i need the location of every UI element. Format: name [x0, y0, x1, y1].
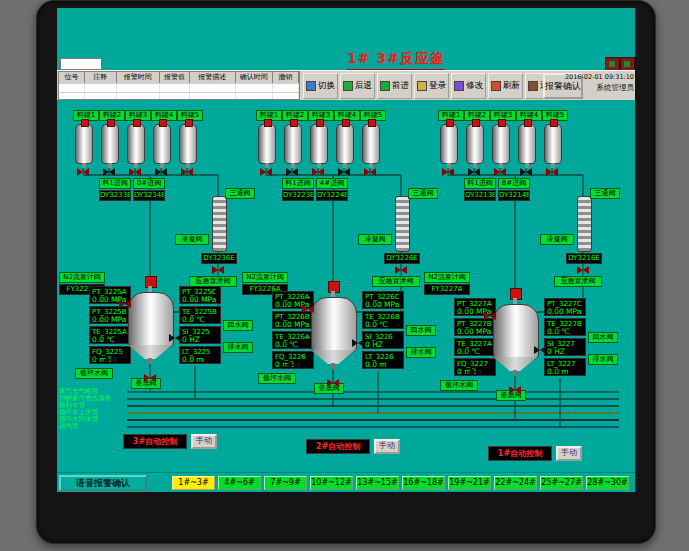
tank-outlet-valve-icon[interactable] [468, 168, 480, 176]
page-button[interactable]: 13#~15# [356, 476, 399, 490]
alarm-cell [236, 84, 274, 92]
storage-tank [284, 124, 302, 164]
tank-outlet-valve-icon[interactable] [155, 168, 167, 176]
alarm-column-header[interactable]: 位号 [59, 72, 85, 83]
reactor-feed-valve-icon[interactable] [302, 305, 314, 313]
alarm-row[interactable] [59, 83, 299, 92]
storage-tank [440, 124, 458, 164]
feed-valve-label: 8#进阀 [498, 178, 530, 189]
alarm-column-header[interactable]: 报警值 [160, 72, 190, 83]
reactor-return-valve-icon[interactable] [352, 339, 364, 347]
page-button[interactable]: 19#~21# [448, 476, 491, 490]
instrument-value: 0.00 MPa [457, 328, 493, 336]
storage-tank [258, 124, 276, 164]
bottom-bar: 语音报警确认 1#~3#4#~6#7#~9#10#~12#13#~15#16#~… [57, 472, 635, 492]
tank-outlet-valve-icon[interactable] [364, 168, 376, 176]
cooling-water-valve-icon[interactable] [288, 361, 300, 369]
tank-outlet-valve-icon[interactable] [442, 168, 454, 176]
voice-alarm-ack-button[interactable]: 语音报警确认 [59, 475, 147, 491]
tank-outlet-valve-icon[interactable] [77, 168, 89, 176]
feed-valve-label: 料1进阀 [99, 178, 131, 189]
instrument-display: PT_3225B0.00 MPa [89, 306, 131, 324]
user-text: 系统管理员 [565, 83, 634, 93]
instrument-value: 0.00 MPa [547, 308, 583, 316]
reactor-feed-valve-icon[interactable] [119, 300, 131, 308]
page-button[interactable]: 28#~30# [586, 476, 629, 490]
page-button[interactable]: 22#~24# [494, 476, 537, 490]
toolbar-switch-button[interactable]: 切换 [303, 73, 338, 99]
condenser-valve-tag: DY3216E [566, 253, 602, 264]
tank-outlet-valve-icon[interactable] [181, 168, 193, 176]
feed-valve-tag: DY3224E [316, 190, 348, 201]
alarm-cell [59, 84, 85, 92]
instrument-display: TE_3225B0.0 ℃ [179, 306, 221, 324]
back-icon [343, 81, 353, 91]
pipe-legend-label: 蒸汽管 [59, 423, 79, 430]
page-button[interactable]: 25#~27# [540, 476, 583, 490]
page-button[interactable]: 7#~9# [264, 476, 307, 490]
tank-outlet-valve-icon[interactable] [103, 168, 115, 176]
valve-label: 应急宣泄阀 [554, 276, 602, 287]
reactor-feed-valve-icon[interactable] [484, 312, 496, 320]
alarm-column-header[interactable]: 报警描述 [190, 72, 236, 83]
storage-tank [518, 124, 536, 164]
reactor-bottom-valve-icon[interactable] [144, 374, 156, 382]
alarm-column-header[interactable]: 确认时间 [236, 72, 274, 83]
storage-tank [153, 124, 171, 164]
reactor-bottom-valve-icon[interactable] [509, 386, 521, 394]
alarm-cell [236, 93, 274, 100]
toolbar-back-button[interactable]: 后退 [340, 73, 375, 99]
hmi-screen: 1# 3#反应釜 位号注释报警时间报警值报警描述确认时间撤销 切换后退前进登录修… [57, 8, 635, 492]
reactor-outlet [513, 370, 517, 376]
toolbar-edit-button[interactable]: 修改 [451, 73, 486, 99]
cooling-water-valve-icon[interactable] [105, 356, 117, 364]
reactor-return-valve-icon[interactable] [169, 334, 181, 342]
instrument-value: 0 HZ [365, 341, 401, 349]
instrument-display: LT_32270.0 m [544, 358, 586, 376]
reactor-return-valve-icon[interactable] [534, 346, 546, 354]
toolbar-button-label: 刷新 [503, 80, 520, 92]
manual-mode-button[interactable]: 手动 [374, 439, 400, 454]
page-title: 1# 3#反应釜 [347, 50, 445, 71]
alarm-column-header[interactable]: 报警时间 [117, 72, 161, 83]
tank-outlet-valve-icon[interactable] [494, 168, 506, 176]
feed-valve-tag: DY3213E [464, 190, 496, 201]
condenser-valve-icon[interactable] [212, 266, 224, 274]
toolbar-login-button[interactable]: 登录 [414, 73, 449, 99]
page-button[interactable]: 10#~12# [310, 476, 353, 490]
instrument-value: 0.0 ℃ [182, 316, 218, 324]
instrument-display: LT_32250.0 m [179, 346, 221, 364]
tank-outlet-valve-icon[interactable] [546, 168, 558, 176]
cooling-water-valve-icon[interactable] [470, 368, 482, 376]
refresh-icon [491, 81, 501, 91]
toolbar-forward-button[interactable]: 前进 [377, 73, 412, 99]
n2-flow-valve-tag: FY3227A [424, 284, 470, 295]
feed-valve-tag: DY3233E [99, 190, 131, 201]
reactor-vessel [311, 297, 357, 353]
alarm-column-header[interactable]: 注释 [85, 72, 117, 83]
tank-outlet-valve-icon[interactable] [338, 168, 350, 176]
tank-outlet-valve-icon[interactable] [129, 168, 141, 176]
tank-outlet-valve-icon[interactable] [312, 168, 324, 176]
instrument-value: 0.0 ℃ [365, 321, 401, 329]
page-button[interactable]: 4#~6# [218, 476, 261, 490]
alarm-row[interactable] [59, 92, 299, 100]
condenser [212, 196, 227, 252]
toolbar-refresh-button[interactable]: 刷新 [488, 73, 523, 99]
reactor-bottom-valve-icon[interactable] [327, 379, 339, 387]
alarm-column-header[interactable]: 撤销 [273, 72, 299, 83]
instrument-value: 0.0 ℃ [275, 341, 311, 349]
page-button[interactable]: 16#~18# [402, 476, 445, 490]
tank-outlet-valve-icon[interactable] [520, 168, 532, 176]
alarm-cell [160, 84, 190, 92]
manual-mode-button[interactable]: 手动 [191, 434, 217, 449]
valve-label: 冷凝阀 [540, 234, 574, 245]
manual-mode-button[interactable]: 手动 [556, 446, 582, 461]
tank-outlet-valve-icon[interactable] [286, 168, 298, 176]
condenser-valve-icon[interactable] [395, 266, 407, 274]
tag-filter-input[interactable] [60, 58, 102, 70]
three-way-valve-label: 三通阀 [408, 188, 438, 199]
condenser-valve-icon[interactable] [577, 266, 589, 274]
tank-outlet-valve-icon[interactable] [260, 168, 272, 176]
page-button[interactable]: 1#~3# [172, 476, 215, 490]
